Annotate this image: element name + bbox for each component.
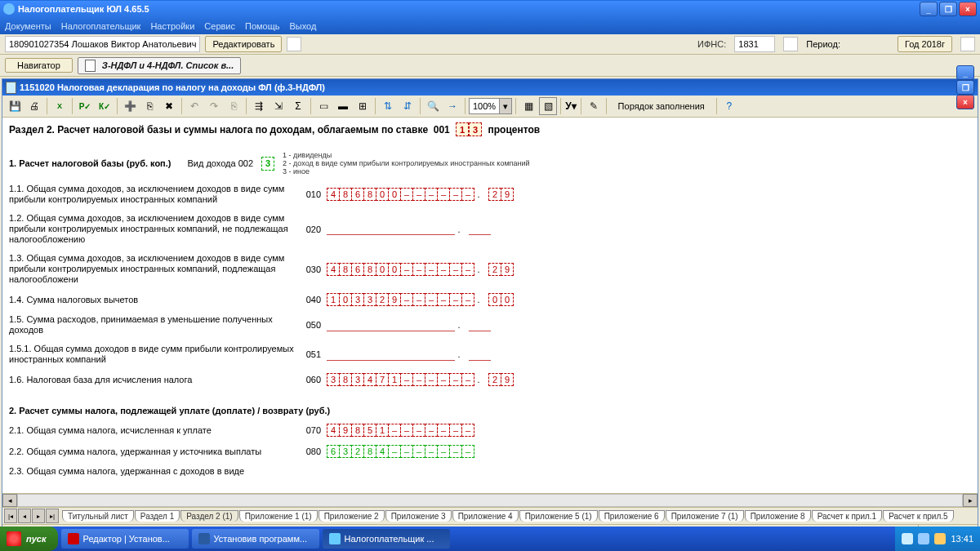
menu-service[interactable]: Сервис [204, 21, 235, 31]
task-button-1[interactable]: Редактор | Установ... [61, 529, 189, 549]
row-cells[interactable]: 63284––––––– [327, 445, 474, 458]
check-k-icon[interactable]: К✓ [96, 97, 114, 115]
row-cells[interactable]: 486800––––––.29 [327, 188, 514, 201]
page-tab[interactable]: Титульный лист [62, 510, 134, 522]
horizontal-scrollbar[interactable]: ◂ ▸ [2, 493, 978, 507]
wand-icon[interactable]: ✎ [585, 97, 603, 115]
menu-taxpayer[interactable]: Налогоплательщик [61, 21, 141, 31]
system-tray[interactable]: 13:41 [895, 527, 980, 551]
undo-icon[interactable]: ↶ [185, 97, 203, 115]
row-cells[interactable]: . [327, 349, 491, 361]
tab-last-button[interactable]: ▸| [46, 509, 59, 523]
duplicate-icon[interactable]: ⎘ [140, 97, 158, 115]
page-tab[interactable]: Приложение 5 (1) [519, 510, 598, 522]
page-tab[interactable]: Раздел 1 [135, 510, 180, 522]
rect2-icon[interactable]: ▬ [334, 97, 352, 115]
info-extra-button[interactable] [287, 37, 301, 51]
row-cells[interactable]: 383471––––––.29 [327, 373, 514, 386]
taxpayer-id[interactable]: 180901027354 Лошаков Виктор Анатольевич [5, 36, 200, 52]
row-label: 1.4. Сумма налоговых вычетов [9, 295, 295, 305]
table-icon[interactable]: ⊞ [354, 97, 372, 115]
save-icon[interactable]: 💾 [6, 97, 24, 115]
row-cells[interactable]: 103329––––––.00 [327, 293, 514, 306]
copy-icon[interactable]: ⎘ [225, 97, 243, 115]
tree-icon[interactable]: ⇶ [250, 97, 268, 115]
income-type-cell[interactable]: 3 [261, 157, 274, 171]
doc-minimize-button[interactable]: _ [956, 65, 974, 80]
page-tab[interactable]: Приложение 2 [318, 510, 385, 522]
export-excel-icon[interactable]: X [51, 97, 69, 115]
next-icon[interactable]: → [443, 97, 461, 115]
row-code: 040 [301, 295, 321, 304]
print-icon[interactable]: 🖨 [25, 97, 43, 115]
page-tab[interactable]: Приложение 4 [452, 510, 519, 522]
form-row: 1.5. Сумма расходов, принимаемая в умень… [9, 314, 971, 335]
task-button-2[interactable]: Установив программ... [192, 529, 319, 549]
row-cells[interactable]: . [327, 319, 491, 331]
sort2-icon[interactable]: ⇵ [399, 97, 416, 115]
page-tab[interactable]: Приложение 8 [745, 510, 811, 522]
close-button[interactable]: × [959, 2, 977, 16]
menu-help[interactable]: Помощь [245, 21, 280, 31]
page-tab[interactable]: Приложение 3 [385, 510, 452, 522]
view1-icon[interactable]: ▦ [519, 97, 537, 115]
row-cells[interactable]: 49851––––––– [327, 424, 474, 437]
edit-button[interactable]: Редактировать [205, 36, 282, 52]
maximize-button[interactable]: ❐ [939, 2, 957, 16]
calc-icon[interactable]: Σ [289, 97, 307, 115]
ifns-picker[interactable] [783, 37, 798, 51]
doc-maximize-button[interactable]: ❐ [956, 80, 974, 95]
add-icon[interactable]: ➕ [121, 97, 139, 115]
rate-digit-2[interactable]: 3 [469, 122, 482, 136]
redo-icon[interactable]: ↷ [205, 97, 223, 115]
tab-next-button[interactable]: ▸ [32, 509, 45, 523]
page-tab[interactable]: Расчет к прил.1 [812, 510, 882, 522]
u-dropdown[interactable]: У ▾ [564, 97, 577, 115]
delete-icon[interactable]: ✖ [160, 97, 178, 115]
page-tab[interactable]: Расчет к прил.5 [883, 510, 953, 522]
navigator-tab[interactable]: З-НДФЛ и 4-НДФЛ. Список в... [78, 57, 241, 74]
check-r-icon[interactable]: Р✓ [76, 97, 94, 115]
rate-digit-1[interactable]: 1 [456, 122, 469, 136]
menu-documents[interactable]: Документы [5, 21, 51, 31]
sort-icon[interactable]: ⇅ [379, 97, 397, 115]
row-cells[interactable]: . [327, 223, 491, 235]
navigator-label[interactable]: Навигатор [5, 58, 73, 73]
rect1-icon[interactable]: ▭ [314, 97, 332, 115]
page-tab[interactable]: Раздел 2 (1) [180, 510, 238, 522]
find-icon[interactable]: 🔍 [424, 97, 442, 115]
menu-exit[interactable]: Выход [290, 21, 317, 31]
row-cells[interactable]: 486800––––––.29 [327, 263, 514, 276]
fill-order-button[interactable]: Порядок заполнения [610, 100, 713, 113]
scroll-right-button[interactable]: ▸ [963, 494, 978, 507]
form-row: 1.3. Общая сумма доходов, за исключением… [9, 253, 971, 285]
app-icon [68, 533, 79, 544]
tray-icon[interactable] [934, 533, 946, 544]
tab-prev-button[interactable]: ◂ [18, 509, 31, 523]
tab-first-button[interactable]: |◂ [4, 509, 17, 523]
period-picker[interactable] [960, 37, 975, 51]
period-button[interactable]: Год 2018г [898, 36, 952, 52]
menu-settings[interactable]: Настройки [150, 21, 194, 31]
task-button-3[interactable]: Налогоплательщик ... [323, 529, 450, 549]
row-code: 051 [301, 349, 321, 359]
minimize-button[interactable]: _ [920, 2, 938, 16]
tray-icon[interactable] [918, 533, 929, 544]
page-tab[interactable]: Приложение 7 (1) [666, 510, 744, 522]
tree-expand-icon[interactable]: ⇲ [270, 97, 287, 115]
row-label: 2.2. Общая сумма налога, удержанная у ис… [9, 447, 295, 457]
period-label: Период: [806, 39, 840, 49]
windows-logo-icon [7, 531, 21, 546]
doc-close-button[interactable]: × [956, 95, 974, 109]
page-tab[interactable]: Приложение 6 [599, 510, 665, 522]
start-button[interactable]: пуск [0, 527, 58, 551]
tray-icon[interactable] [902, 533, 913, 544]
help-icon[interactable]: ? [720, 97, 738, 115]
section-heading: Раздел 2. Расчет налоговой базы и суммы … [9, 122, 971, 136]
ifns-value[interactable]: 1831 [734, 36, 775, 52]
zoom-select[interactable]: 100%▾ [469, 98, 512, 114]
page-tab[interactable]: Приложение 1 (1) [239, 510, 318, 522]
view2-icon[interactable]: ▧ [539, 97, 557, 115]
ifns-label: ИФНС: [697, 39, 726, 49]
scroll-left-button[interactable]: ◂ [2, 494, 17, 507]
